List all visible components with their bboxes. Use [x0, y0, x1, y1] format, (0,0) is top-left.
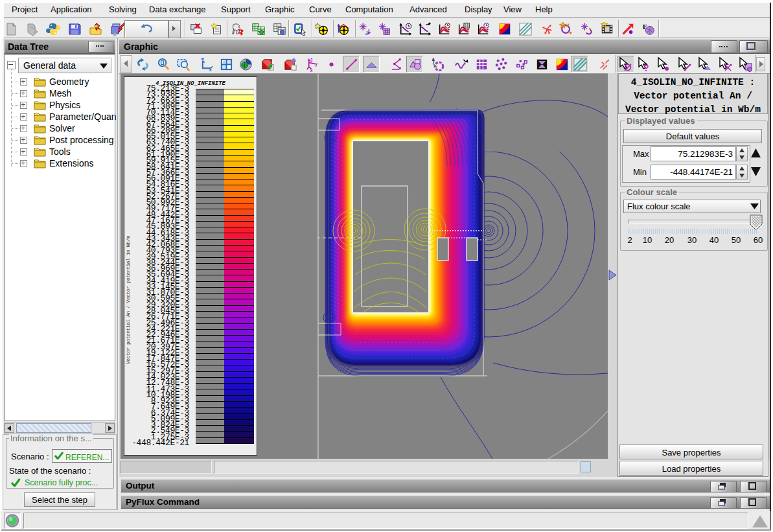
svg-text:2: 2	[310, 58, 313, 62]
svg-text:y: y	[315, 62, 317, 67]
svg-text:x: x	[310, 68, 313, 72]
svg-text:?: ?	[643, 63, 649, 72]
svg-text:x: x	[209, 67, 212, 72]
svg-text:X: X	[223, 60, 225, 64]
